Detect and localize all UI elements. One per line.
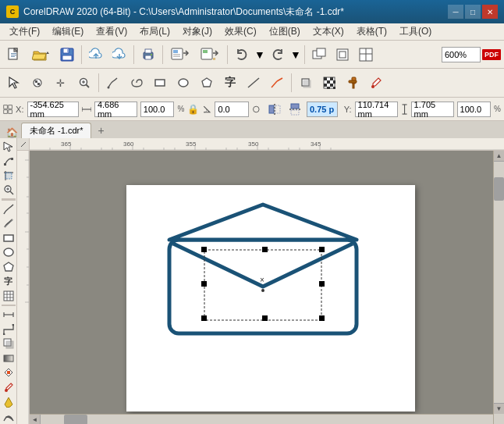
select-tool[interactable] (3, 72, 25, 94)
publish-cloud-button[interactable] (85, 44, 107, 66)
lock-icon[interactable]: 🔒 (187, 104, 199, 115)
fill-dropper-tool[interactable] (365, 72, 387, 94)
home-icon: 🏠 (6, 127, 18, 138)
menu-layout[interactable]: 布局(L) (133, 23, 176, 40)
color-left[interactable] (1, 366, 16, 380)
freehand-left[interactable] (1, 202, 16, 216)
menu-view[interactable]: 查看(V) (90, 23, 133, 40)
connector-left[interactable] (1, 322, 16, 337)
svg-rect-54 (330, 77, 333, 80)
svg-rect-19 (173, 50, 178, 53)
maximize-button[interactable]: □ (465, 5, 481, 19)
node-edit-left[interactable] (1, 155, 16, 169)
import-button[interactable] (166, 44, 194, 66)
minimize-button[interactable]: ─ (448, 5, 463, 19)
mirror-h-button[interactable] (267, 98, 284, 120)
redo-button[interactable] (267, 44, 289, 66)
menu-text[interactable]: 文本(X) (307, 23, 350, 40)
svg-rect-35 (35, 80, 37, 83)
zoom-level-display[interactable]: 600% (442, 47, 481, 62)
transparency-left[interactable] (1, 351, 16, 365)
menu-tools[interactable]: 工具(O) (393, 23, 438, 40)
smart-draw-left[interactable] (1, 409, 16, 423)
add-tab-button[interactable]: + (93, 123, 108, 138)
svg-line-46 (248, 78, 259, 87)
fill-left[interactable] (1, 395, 16, 409)
menu-object[interactable]: 对象(J) (176, 23, 218, 40)
download-cloud-button[interactable] (108, 44, 130, 66)
svg-rect-29 (339, 52, 346, 58)
height-field[interactable]: 1.705 mm (411, 102, 454, 117)
stroke-width-field[interactable]: 0.75 p (307, 102, 338, 117)
svg-rect-83 (11, 158, 13, 160)
eyedropper-left[interactable] (1, 380, 16, 394)
scrollbar-bottom[interactable]: ◄ ► (30, 414, 493, 424)
svg-line-47 (272, 81, 277, 87)
import2-button[interactable] (308, 44, 330, 66)
svg-rect-59 (333, 87, 335, 89)
standard-toolbar: e ▼ ▼ 600% PDF (0, 41, 504, 69)
svg-rect-58 (333, 80, 335, 84)
polygon-left[interactable] (1, 260, 16, 274)
connector-tool[interactable] (266, 72, 288, 94)
svg-rect-153 (262, 247, 268, 252)
transform-tool[interactable]: ✛ (50, 72, 72, 94)
ellipse-tool[interactable] (172, 72, 194, 94)
spiral-tool[interactable] (126, 72, 147, 94)
active-tab[interactable]: 未命名 -1.cdr* (21, 123, 91, 138)
redo-dropdown[interactable]: ▼ (290, 44, 301, 66)
width-field[interactable]: 4.686 mm (94, 102, 137, 117)
open-button[interactable] (27, 44, 55, 66)
pen-tool[interactable] (102, 72, 124, 94)
shadow-tool[interactable] (295, 72, 317, 94)
undo-button[interactable] (231, 44, 253, 66)
y-value-field[interactable]: 110.714 mm (355, 102, 398, 117)
mirror-v-button[interactable] (286, 98, 303, 120)
select-tool-left[interactable] (1, 140, 16, 154)
pdf-button[interactable]: PDF (482, 49, 501, 60)
scrollbar-right[interactable]: ▲ ▼ (493, 151, 504, 424)
angle-field[interactable]: 0.0 (215, 102, 249, 117)
rect-left[interactable] (1, 231, 16, 245)
menu-edit[interactable]: 编辑(E) (46, 23, 90, 40)
node-tool[interactable] (27, 72, 48, 94)
x-value-field[interactable]: -354.625 mm (27, 102, 79, 117)
texture-tool[interactable] (318, 72, 340, 94)
line-tool[interactable] (243, 72, 264, 94)
export2-button[interactable] (332, 44, 353, 66)
crop-tool-left[interactable] (1, 169, 16, 183)
shadow-left[interactable] (1, 337, 16, 351)
new-button[interactable] (3, 44, 25, 66)
scale-h-field[interactable]: 100.0 (457, 102, 492, 117)
ellipse-left[interactable] (1, 246, 16, 260)
page-layout-button[interactable] (355, 44, 377, 66)
envelope-object[interactable]: × (161, 197, 364, 341)
save-button[interactable] (56, 44, 78, 66)
app-icon: C (6, 5, 19, 18)
scale-h-unit: % (494, 105, 501, 113)
rectangle-tool[interactable] (149, 72, 171, 94)
zoom-left[interactable] (1, 183, 16, 198)
print-button[interactable] (137, 44, 159, 66)
close-button[interactable]: ✕ (482, 5, 498, 19)
svg-text:✛: ✛ (56, 77, 65, 89)
menu-bitmap[interactable]: 位图(B) (263, 23, 307, 40)
undo-dropdown[interactable]: ▼ (254, 44, 265, 66)
svg-rect-9 (67, 48, 69, 52)
menu-file[interactable]: 文件(F) (3, 23, 46, 40)
export-button[interactable]: e (196, 44, 224, 66)
scale-w-field[interactable]: 100.0 (140, 102, 175, 117)
dimension-left[interactable] (1, 308, 16, 322)
menu-effects[interactable]: 效果(C) (218, 23, 263, 40)
canvas-area[interactable]: 365 360 355 350 345 (17, 138, 504, 424)
zoom-tool[interactable] (73, 72, 95, 94)
shape-tool[interactable] (342, 72, 364, 94)
art-media-left[interactable] (1, 216, 16, 230)
svg-point-42 (108, 87, 110, 89)
menu-table[interactable]: 表格(T) (350, 23, 393, 40)
text-left[interactable]: 字 (1, 275, 16, 289)
text-tool[interactable]: 字 (219, 72, 241, 94)
polygon-tool[interactable] (196, 72, 218, 94)
table-left[interactable] (1, 289, 16, 303)
svg-rect-52 (324, 77, 327, 80)
